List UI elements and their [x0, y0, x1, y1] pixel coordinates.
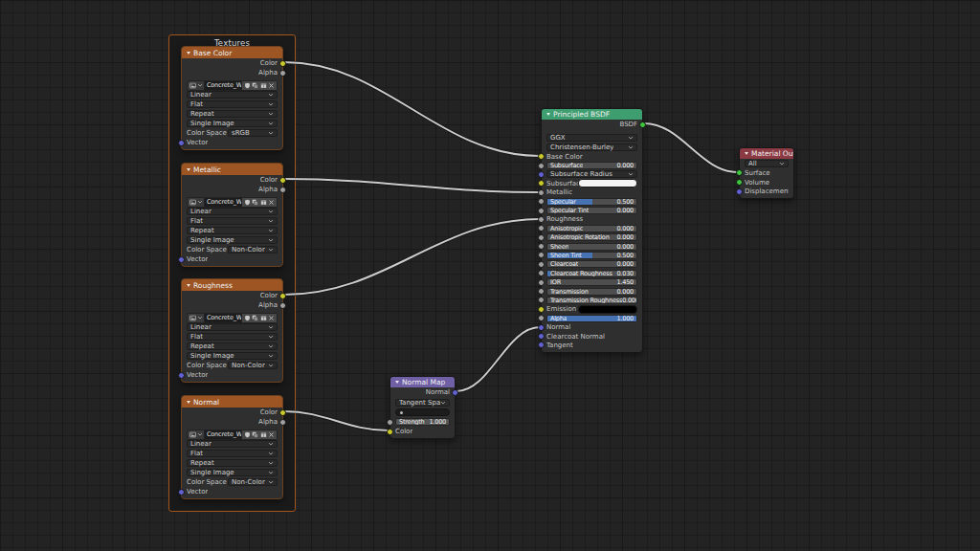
normal-input-socket[interactable] — [538, 324, 545, 331]
vector-input-socket[interactable] — [178, 372, 185, 379]
projection-select[interactable]: Flat — [187, 217, 278, 225]
collapse-icon[interactable] — [395, 381, 399, 384]
copy-icon[interactable] — [252, 431, 258, 438]
projection-select[interactable]: Flat — [187, 450, 278, 457]
extension-select[interactable]: Repeat — [187, 342, 278, 350]
transmission-slider[interactable]: Transmission0.000 — [546, 288, 637, 296]
color-input-socket[interactable] — [387, 429, 393, 435]
node-editor-canvas[interactable]: Textures Base ColorColorAlphaConcrete_Wo… — [0, 0, 980, 551]
image-texture-base-color-header[interactable]: Base Color — [182, 47, 282, 58]
link-roughness-to-bsdf[interactable] — [284, 219, 540, 295]
strength-field[interactable]: Strength1.000 — [395, 418, 450, 426]
bsdf-output-socket[interactable] — [639, 121, 646, 128]
specular-slider-socket[interactable] — [538, 198, 545, 205]
image-browse-button[interactable] — [187, 80, 205, 91]
sheen-slider[interactable]: Sheen0.000 — [546, 243, 637, 251]
transmission-slider-socket[interactable] — [538, 288, 545, 295]
source-select[interactable]: Single Image — [187, 469, 278, 476]
specular-slider[interactable]: Specular0.500 — [546, 198, 637, 206]
shield-icon[interactable] — [244, 315, 251, 321]
image-texture-normal[interactable]: NormalColorAlphaConcrete_Woo..LinearFlat… — [181, 395, 283, 499]
sheen-slider-socket[interactable] — [538, 243, 545, 250]
anisotropic-slider-socket[interactable] — [538, 225, 545, 231]
image-name-field[interactable]: Concrete_Woo.. — [205, 197, 242, 208]
transmission-roughness-slider-socket[interactable] — [538, 297, 545, 303]
image-texture-roughness-header[interactable]: Roughness — [182, 279, 282, 291]
space-select[interactable]: Tangent Space — [395, 399, 450, 407]
image-texture-base-color[interactable]: Base ColorColorAlphaConcrete_Woo..Linear… — [181, 46, 283, 150]
base-color-input-socket[interactable] — [538, 153, 545, 160]
clearcoat-slider[interactable]: Clearcoat0.000 — [546, 260, 637, 268]
link-metallic-to-bsdf[interactable] — [284, 179, 540, 192]
subsurface-color-swatch-socket[interactable] — [538, 180, 545, 187]
pack-icon[interactable] — [260, 431, 267, 438]
collapse-icon[interactable] — [187, 401, 190, 404]
copy-icon[interactable] — [252, 315, 258, 321]
collapse-icon[interactable] — [546, 113, 550, 116]
collapse-icon[interactable] — [187, 168, 190, 171]
pack-icon[interactable] — [260, 315, 267, 321]
vector-input-socket[interactable] — [178, 140, 185, 146]
clearcoat-normal-input-socket[interactable] — [538, 333, 545, 340]
alpha-slider-socket[interactable] — [538, 315, 545, 321]
shield-icon[interactable] — [244, 199, 251, 206]
image-browse-button[interactable] — [187, 430, 205, 440]
subsurface-radius-select-socket[interactable] — [538, 171, 545, 178]
color-output-socket[interactable] — [279, 177, 286, 184]
close-icon[interactable] — [268, 431, 275, 438]
subsurface-method-select[interactable]: Christensen-Burley — [546, 143, 637, 151]
alpha-output-socket[interactable] — [279, 70, 286, 77]
material-output-header[interactable]: Material Output — [740, 148, 793, 159]
projection-select[interactable]: Flat — [187, 100, 278, 108]
roughness-input-socket[interactable] — [538, 216, 545, 223]
vector-input-socket[interactable] — [178, 489, 185, 496]
normal-output-socket[interactable] — [452, 389, 458, 396]
image-texture-normal-header[interactable]: Normal — [182, 396, 282, 408]
pack-icon[interactable] — [260, 82, 267, 89]
subsurface-color-swatch[interactable] — [578, 179, 637, 187]
transmission-roughness-slider[interactable]: Transmission Roughness0.000 — [546, 297, 637, 304]
clearcoat-slider-socket[interactable] — [538, 261, 545, 268]
link-base-color-to-bsdf[interactable] — [284, 62, 540, 156]
source-select[interactable]: Single Image — [187, 120, 278, 127]
metallic-input-socket[interactable] — [538, 189, 545, 196]
emission-swatch-socket[interactable] — [538, 306, 545, 313]
color-space-select[interactable]: sRGB — [228, 129, 278, 137]
link-normal-map-to-bsdf[interactable] — [457, 327, 540, 391]
copy-icon[interactable] — [252, 199, 258, 206]
normal-map-header[interactable]: Normal Map — [390, 377, 455, 387]
principled-bsdf-header[interactable]: Principled BSDF — [542, 109, 642, 120]
volume-input-socket[interactable] — [736, 179, 743, 186]
interpolation-select[interactable]: Linear — [187, 91, 278, 99]
image-browse-button[interactable] — [187, 313, 205, 323]
interpolation-select[interactable]: Linear — [187, 323, 278, 331]
close-icon[interactable] — [268, 199, 275, 206]
alpha-output-socket[interactable] — [279, 302, 286, 309]
surface-input-socket[interactable] — [736, 169, 743, 176]
color-space-select[interactable]: Non-Color — [228, 246, 278, 253]
specular-tint-slider-socket[interactable] — [538, 208, 545, 214]
anisotropic-rotation-slider-socket[interactable] — [538, 234, 545, 241]
close-icon[interactable] — [268, 315, 275, 321]
color-space-select[interactable]: Non-Color — [228, 478, 278, 486]
clearcoat-roughness-slider-socket[interactable] — [538, 270, 545, 276]
displacement-input-socket[interactable] — [736, 188, 743, 195]
tangent-input-socket[interactable] — [538, 342, 545, 348]
clearcoat-roughness-slider[interactable]: Clearcoat Roughness0.030 — [546, 270, 637, 277]
link-bsdf-to-output[interactable] — [644, 123, 738, 172]
sheen-tint-slider[interactable]: Sheen Tint0.500 — [546, 252, 637, 259]
close-icon[interactable] — [268, 82, 275, 89]
image-browse-button[interactable] — [187, 197, 205, 208]
interpolation-select[interactable]: Linear — [187, 440, 278, 448]
principled-bsdf[interactable]: Principled BSDFBSDFGGXChristensen-Burley… — [541, 108, 643, 353]
color-output-socket[interactable] — [279, 60, 286, 67]
ior-field-socket[interactable] — [538, 279, 545, 286]
image-texture-metallic-header[interactable]: Metallic — [182, 164, 282, 175]
alpha-slider[interactable]: Alpha1.000 — [546, 315, 637, 322]
sheen-tint-slider-socket[interactable] — [538, 252, 545, 258]
subsurface-slider-socket[interactable] — [538, 163, 545, 169]
vector-input-socket[interactable] — [178, 256, 185, 263]
anisotropic-slider[interactable]: Anisotropic0.000 — [546, 225, 637, 232]
color-space-select[interactable]: Non-Color — [228, 362, 278, 369]
link-normal-tex-to-normal-map[interactable] — [284, 411, 389, 430]
